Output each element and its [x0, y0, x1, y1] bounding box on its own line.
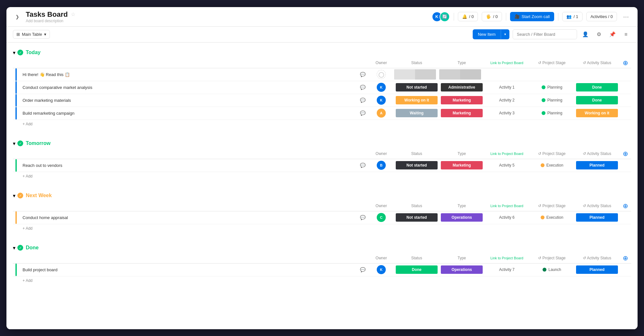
status-badge[interactable]: Done — [396, 265, 438, 274]
status-cell[interactable]: Not started — [394, 213, 439, 222]
type-cell[interactable]: Marketing — [439, 96, 484, 104]
group-toggle[interactable]: ▾ — [13, 193, 15, 199]
owner-avatar-empty: ◯ — [377, 70, 386, 79]
type-cell[interactable]: Administrative — [439, 83, 484, 91]
new-item-button[interactable]: New Item ▾ — [473, 29, 509, 39]
astatus-cell[interactable]: Working on it — [574, 109, 620, 117]
filter-button[interactable]: ≡ — [621, 29, 631, 40]
link-cell[interactable]: Activity 3 — [484, 111, 529, 115]
type-badge[interactable]: Operations — [441, 265, 483, 274]
add-row[interactable]: + Add — [13, 120, 631, 128]
stage-label: Execution — [546, 163, 564, 168]
settings-button[interactable]: ⚙ — [594, 29, 604, 40]
col-add-header[interactable]: ⊕ — [620, 150, 631, 158]
type-cell[interactable]: Marketing — [439, 109, 484, 117]
new-item-arrow-icon[interactable]: ▾ — [501, 30, 509, 39]
status-badge[interactable]: Not started — [396, 213, 438, 222]
status-cell[interactable]: Done — [394, 265, 439, 274]
astatus-cell[interactable]: Planned — [574, 213, 620, 222]
add-row[interactable]: + Add — [13, 172, 631, 180]
group-toggle[interactable]: ▾ — [13, 50, 15, 56]
astatus-badge[interactable]: Planned — [576, 213, 618, 222]
hand-icon: 🖐 — [486, 14, 491, 19]
link-cell[interactable]: Activity 7 — [484, 267, 529, 272]
col-add-header[interactable]: ⊕ — [620, 254, 631, 262]
group-toggle[interactable]: ▾ — [13, 140, 15, 147]
type-badge[interactable]: Administrative — [441, 83, 483, 91]
status-cell[interactable]: Working on it — [394, 96, 439, 104]
task-owner: A — [368, 109, 394, 118]
comment-icon[interactable]: 💬 — [357, 72, 368, 77]
add-column-icon[interactable]: ⊕ — [623, 59, 628, 66]
activities-button[interactable]: Activities / 0 — [586, 12, 617, 21]
add-column-icon[interactable]: ⊕ — [623, 150, 628, 157]
stage-dot — [542, 111, 545, 115]
stage-cell[interactable]: Execution — [529, 163, 574, 168]
search-input[interactable] — [513, 29, 577, 39]
astatus-badge[interactable]: Working on it — [576, 109, 618, 117]
zoom-button[interactable]: 🎥 Start Zoom call — [510, 12, 554, 21]
notifications-button[interactable]: 🔔 / 0 — [458, 12, 478, 21]
status-cell[interactable]: Not started — [394, 83, 439, 91]
link-cell[interactable]: Activity 6 — [484, 215, 529, 220]
stage-cell[interactable]: Planning — [529, 98, 574, 102]
group-table-wrapper: Owner Status Type Link to Project Board … — [13, 58, 631, 128]
astatus-cell[interactable]: Planned — [574, 161, 620, 169]
astatus-cell[interactable]: Done — [574, 83, 620, 91]
type-cell[interactable]: Operations — [439, 213, 484, 222]
stage-cell[interactable]: Planning — [529, 85, 574, 90]
comment-icon[interactable]: 💬 — [357, 98, 368, 103]
comment-icon[interactable]: 💬 — [357, 215, 368, 220]
astatus-loop-icon: ↺ — [583, 256, 586, 260]
status-badge[interactable]: Not started — [396, 83, 438, 91]
add-row[interactable]: + Add — [13, 276, 631, 285]
astatus-cell[interactable]: Planned — [574, 265, 620, 274]
status-cell[interactable]: Not started — [394, 161, 439, 169]
status-badge[interactable]: Working on it — [396, 96, 438, 104]
comment-icon[interactable]: 💬 — [357, 163, 368, 168]
stage-cell[interactable]: Execution — [529, 215, 574, 220]
status-cell[interactable]: Waiting — [394, 109, 439, 117]
type-cell[interactable]: Operations — [439, 265, 484, 274]
astatus-cell[interactable]: Done — [574, 96, 620, 104]
type-badge[interactable]: Operations — [441, 213, 483, 222]
col-add-header[interactable]: ⊕ — [620, 59, 631, 67]
people-button[interactable]: 👥 / 1 — [562, 12, 582, 21]
comment-icon[interactable]: 💬 — [357, 85, 368, 90]
type-badge[interactable]: Marketing — [441, 161, 483, 169]
add-row[interactable]: + Add — [13, 224, 631, 233]
astatus-badge[interactable]: Planned — [576, 265, 618, 274]
more-button[interactable]: ⋯ — [621, 12, 631, 22]
type-cell[interactable]: Marketing — [439, 161, 484, 169]
comment-icon[interactable]: 💬 — [357, 110, 368, 116]
col-add-header[interactable]: ⊕ — [620, 202, 631, 210]
avatar-2[interactable]: 🔄 — [440, 12, 450, 22]
comment-icon[interactable]: 💬 — [357, 267, 368, 272]
status-badge[interactable]: Not started — [396, 161, 438, 169]
astatus-badge[interactable]: Planned — [576, 161, 618, 169]
invite-button[interactable]: 🖐 / 0 — [482, 12, 502, 21]
table-selector[interactable]: ⊞ Main Table ▾ — [13, 30, 50, 39]
link-cell[interactable]: Activity 1 — [484, 85, 529, 90]
owner-avatar: K — [377, 96, 386, 105]
group-toggle[interactable]: ▾ — [13, 245, 15, 251]
collapse-button[interactable]: ❯ — [13, 12, 22, 21]
type-badge[interactable]: Marketing — [441, 109, 483, 117]
new-item-label[interactable]: New Item — [473, 29, 501, 39]
astatus-badge[interactable]: Done — [576, 83, 618, 91]
link-cell[interactable]: Activity 2 — [484, 98, 529, 102]
person-filter-button[interactable]: 👤 — [580, 29, 591, 40]
status-badge[interactable]: Waiting — [396, 109, 438, 117]
add-column-icon[interactable]: ⊕ — [623, 254, 628, 262]
add-column-icon[interactable]: ⊕ — [623, 202, 628, 209]
pin-button[interactable]: 📌 — [607, 29, 618, 40]
stage-cell[interactable]: Planning — [529, 111, 574, 115]
board-description[interactable]: Add board description — [26, 19, 75, 23]
link-cell[interactable]: Activity 5 — [484, 163, 529, 168]
row-accent — [15, 68, 17, 81]
astatus-badge[interactable]: Done — [576, 96, 618, 104]
type-badge[interactable]: Marketing — [441, 96, 483, 104]
bell-icon: 🔔 — [462, 14, 467, 19]
star-icon[interactable]: ☆ — [71, 11, 75, 17]
stage-cell[interactable]: Launch — [529, 267, 574, 272]
